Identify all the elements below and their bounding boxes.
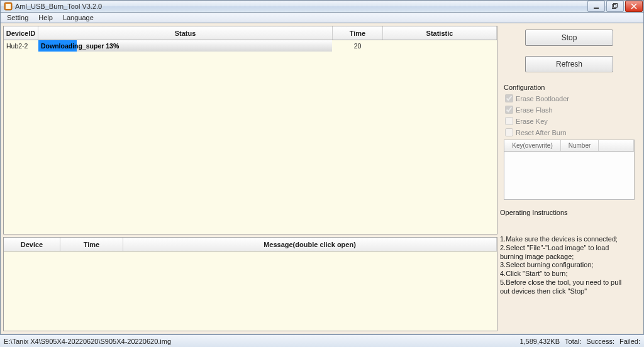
checkbox-erase-key[interactable]: Erase Key [505,117,635,125]
checkbox-input[interactable] [505,117,513,125]
key-col-key[interactable]: Key(overwrite) [504,140,561,151]
menu-bar: Setting Help Language [0,13,644,23]
checkbox-erase-flash[interactable]: Erase Flash [505,106,635,114]
log-table-header: Device Time Message(double click open) [4,238,497,251]
checkbox-label: Erase Bootloader [516,95,569,102]
status-failed: Failed: [619,338,640,345]
window-title: Aml_USB_Burn_Tool V3.2.0 [15,3,586,10]
status-size: 1,589,432KB [519,338,560,345]
checkbox-reset-after-burn[interactable]: Reset After Burn [505,128,635,136]
app-icon [4,2,13,11]
device-table-header: DeviceID Status Time Statistic [4,26,497,40]
instructions-body: 1.Make sure the devices is connected; 2.… [500,235,632,295]
status-path: E:\Tanix X4\S905X4-20220620\S905X4-20220… [4,338,171,345]
window-titlebar: Aml_USB_Burn_Tool V3.2.0 [0,0,644,13]
col-time[interactable]: Time [333,26,383,40]
configuration-title: Configuration [504,84,635,91]
log-col-device[interactable]: Device [4,238,60,251]
menu-setting[interactable]: Setting [2,13,33,22]
menu-help[interactable]: Help [33,13,58,22]
checkbox-label: Reset After Burn [516,129,567,136]
log-table: Device Time Message(double click open) [3,237,497,331]
checkbox-erase-bootloader[interactable]: Erase Bootloader [505,94,635,102]
instruction-line: 2.Select "File"-"Load image" to load bur… [500,244,632,262]
checkbox-input[interactable] [505,128,513,136]
cell-time: 20 [333,42,383,50]
svg-rect-1 [6,4,11,9]
checkbox-label: Erase Key [516,118,548,125]
minimize-button[interactable] [587,1,605,12]
instruction-line: 1.Make sure the devices is connected; [500,235,632,244]
left-pane: DeviceID Status Time Statistic Hub2-2 Do… [1,23,500,334]
col-device-id[interactable]: DeviceID [4,26,38,40]
table-row[interactable]: Hub2-2 Downloading_super 13% 20 [4,40,497,52]
cell-status-progress: Downloading_super 13% [38,40,333,52]
instructions-title: Operating Instructions [500,209,638,216]
cell-device-id: Hub2-2 [4,42,38,50]
checkbox-input[interactable] [505,94,513,102]
key-col-number[interactable]: Number [561,140,599,151]
status-bar: E:\Tanix X4\S905X4-20220620\S905X4-20220… [0,334,644,347]
log-col-message[interactable]: Message(double click open) [123,238,497,251]
key-table: Key(overwrite) Number [504,140,635,200]
device-table: DeviceID Status Time Statistic Hub2-2 Do… [3,26,497,234]
close-button[interactable] [625,1,643,12]
refresh-button[interactable]: Refresh [525,56,613,72]
menu-language[interactable]: Language [58,13,99,22]
checkbox-label: Erase Flash [516,106,553,114]
instruction-line: 3.Select burning configuration; [500,261,632,270]
status-success: Success: [586,338,614,345]
configuration-group: Configuration Erase Bootloader Erase Fla… [500,82,638,202]
instruction-line: 4.Click "Start" to burn; [500,270,632,278]
col-status[interactable]: Status [38,26,333,40]
client-area: DeviceID Status Time Statistic Hub2-2 Do… [0,23,644,334]
svg-rect-4 [614,4,618,8]
progress-label: Downloading_super 13% [41,40,119,52]
maximize-button[interactable] [606,1,624,12]
log-col-time[interactable]: Time [60,238,123,251]
window-button-group [586,1,643,12]
key-col-empty [599,140,634,151]
instructions-group: Operating Instructions 1.Make sure the d… [500,209,638,295]
checkbox-input[interactable] [505,106,513,114]
key-table-header: Key(overwrite) Number [504,140,634,151]
instruction-line: 5.Before close the tool, you need to pul… [500,278,632,296]
status-total: Total: [565,338,581,345]
stop-button[interactable]: Stop [525,30,613,46]
svg-rect-2 [594,8,599,9]
col-statistic[interactable]: Statistic [383,26,497,40]
right-pane: Stop Refresh Configuration Erase Bootloa… [500,23,643,334]
svg-rect-3 [613,5,616,9]
